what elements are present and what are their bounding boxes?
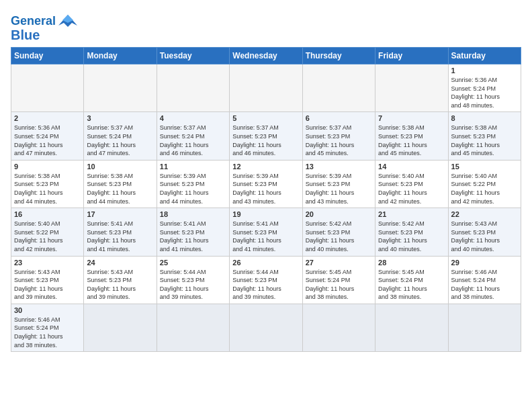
day-number: 2 bbox=[14, 114, 81, 122]
day-info: Sunrise: 5:43 AM Sunset: 5:23 PM Dayligh… bbox=[451, 220, 518, 253]
day-info: Sunrise: 5:40 AM Sunset: 5:22 PM Dayligh… bbox=[14, 220, 81, 253]
calendar-day-cell: 17Sunrise: 5:41 AM Sunset: 5:23 PM Dayli… bbox=[84, 208, 157, 256]
calendar-day-cell bbox=[302, 64, 375, 112]
calendar-header-monday: Monday bbox=[84, 48, 157, 64]
calendar-day-cell: 8Sunrise: 5:38 AM Sunset: 5:23 PM Daylig… bbox=[448, 112, 521, 160]
day-info: Sunrise: 5:43 AM Sunset: 5:23 PM Dayligh… bbox=[14, 268, 81, 302]
day-info: Sunrise: 5:40 AM Sunset: 5:23 PM Dayligh… bbox=[378, 172, 445, 205]
calendar-day-cell: 11Sunrise: 5:39 AM Sunset: 5:23 PM Dayli… bbox=[157, 160, 229, 208]
calendar-day-cell: 3Sunrise: 5:37 AM Sunset: 5:24 PM Daylig… bbox=[84, 112, 157, 160]
calendar-header-sunday: Sunday bbox=[11, 48, 84, 64]
calendar-day-cell: 16Sunrise: 5:40 AM Sunset: 5:22 PM Dayli… bbox=[11, 208, 84, 256]
day-info: Sunrise: 5:41 AM Sunset: 5:23 PM Dayligh… bbox=[160, 220, 226, 253]
day-info: Sunrise: 5:45 AM Sunset: 5:24 PM Dayligh… bbox=[378, 268, 445, 302]
day-number: 28 bbox=[378, 259, 445, 267]
calendar-day-cell: 6Sunrise: 5:37 AM Sunset: 5:23 PM Daylig… bbox=[302, 112, 375, 160]
day-info: Sunrise: 5:45 AM Sunset: 5:24 PM Dayligh… bbox=[306, 268, 372, 302]
calendar-day-cell: 15Sunrise: 5:40 AM Sunset: 5:22 PM Dayli… bbox=[448, 160, 521, 208]
day-number: 24 bbox=[87, 259, 153, 267]
calendar-week-row: 30Sunrise: 5:46 AM Sunset: 5:24 PM Dayli… bbox=[11, 304, 521, 351]
page-container: General Blue SundayMondayTuesdayWednesda… bbox=[11, 11, 521, 352]
calendar-day-cell: 10Sunrise: 5:38 AM Sunset: 5:23 PM Dayli… bbox=[84, 160, 157, 208]
day-number: 30 bbox=[14, 306, 81, 314]
day-info: Sunrise: 5:44 AM Sunset: 5:23 PM Dayligh… bbox=[232, 268, 299, 302]
day-info: Sunrise: 5:42 AM Sunset: 5:23 PM Dayligh… bbox=[306, 220, 372, 253]
day-info: Sunrise: 5:38 AM Sunset: 5:23 PM Dayligh… bbox=[451, 124, 518, 157]
calendar-day-cell bbox=[157, 64, 229, 112]
day-info: Sunrise: 5:36 AM Sunset: 5:24 PM Dayligh… bbox=[14, 124, 81, 157]
calendar-day-cell: 5Sunrise: 5:37 AM Sunset: 5:23 PM Daylig… bbox=[230, 112, 302, 160]
day-number: 12 bbox=[232, 163, 299, 171]
day-info: Sunrise: 5:46 AM Sunset: 5:24 PM Dayligh… bbox=[14, 316, 81, 349]
calendar-day-cell: 25Sunrise: 5:44 AM Sunset: 5:23 PM Dayli… bbox=[157, 256, 229, 304]
day-info: Sunrise: 5:41 AM Sunset: 5:23 PM Dayligh… bbox=[87, 220, 153, 253]
day-info: Sunrise: 5:40 AM Sunset: 5:22 PM Dayligh… bbox=[451, 172, 518, 205]
calendar-day-cell: 24Sunrise: 5:43 AM Sunset: 5:23 PM Dayli… bbox=[84, 256, 157, 304]
day-number: 7 bbox=[378, 114, 445, 122]
day-number: 20 bbox=[306, 210, 372, 218]
calendar-week-row: 23Sunrise: 5:43 AM Sunset: 5:23 PM Dayli… bbox=[11, 256, 521, 304]
calendar-day-cell bbox=[302, 304, 375, 351]
calendar-day-cell bbox=[84, 64, 157, 112]
calendar-day-cell: 23Sunrise: 5:43 AM Sunset: 5:23 PM Dayli… bbox=[11, 256, 84, 304]
calendar-day-cell: 20Sunrise: 5:42 AM Sunset: 5:23 PM Dayli… bbox=[302, 208, 375, 256]
day-number: 27 bbox=[306, 259, 372, 267]
calendar-day-cell bbox=[375, 64, 448, 112]
logo-text: General bbox=[11, 15, 56, 27]
calendar-day-cell bbox=[230, 304, 302, 351]
day-info: Sunrise: 5:46 AM Sunset: 5:24 PM Dayligh… bbox=[451, 268, 518, 302]
logo-bird-icon bbox=[58, 13, 77, 28]
day-number: 26 bbox=[232, 259, 299, 267]
calendar-week-row: 16Sunrise: 5:40 AM Sunset: 5:22 PM Dayli… bbox=[11, 208, 521, 256]
calendar-header-row: SundayMondayTuesdayWednesdayThursdayFrid… bbox=[11, 48, 521, 64]
calendar-week-row: 2Sunrise: 5:36 AM Sunset: 5:24 PM Daylig… bbox=[11, 112, 521, 160]
day-number: 13 bbox=[306, 163, 372, 171]
day-number: 11 bbox=[160, 163, 226, 171]
calendar-header-saturday: Saturday bbox=[448, 48, 521, 64]
day-info: Sunrise: 5:36 AM Sunset: 5:24 PM Dayligh… bbox=[451, 76, 518, 109]
logo-blue-text: Blue bbox=[11, 28, 40, 42]
calendar-header-thursday: Thursday bbox=[302, 48, 375, 64]
calendar-day-cell: 2Sunrise: 5:36 AM Sunset: 5:24 PM Daylig… bbox=[11, 112, 84, 160]
day-number: 18 bbox=[160, 210, 226, 218]
day-number: 14 bbox=[378, 163, 445, 171]
day-info: Sunrise: 5:39 AM Sunset: 5:23 PM Dayligh… bbox=[232, 172, 299, 205]
calendar-day-cell bbox=[375, 304, 448, 351]
day-info: Sunrise: 5:44 AM Sunset: 5:23 PM Dayligh… bbox=[160, 268, 226, 302]
day-info: Sunrise: 5:37 AM Sunset: 5:23 PM Dayligh… bbox=[232, 124, 299, 157]
calendar-day-cell: 29Sunrise: 5:46 AM Sunset: 5:24 PM Dayli… bbox=[448, 256, 521, 304]
day-number: 23 bbox=[14, 259, 81, 267]
day-number: 8 bbox=[451, 114, 518, 122]
day-info: Sunrise: 5:38 AM Sunset: 5:23 PM Dayligh… bbox=[87, 172, 153, 205]
day-number: 1 bbox=[451, 66, 518, 75]
day-number: 21 bbox=[378, 210, 445, 218]
day-number: 4 bbox=[160, 114, 226, 122]
calendar-week-row: 1Sunrise: 5:36 AM Sunset: 5:24 PM Daylig… bbox=[11, 64, 521, 112]
day-number: 9 bbox=[14, 163, 81, 171]
day-number: 10 bbox=[87, 163, 153, 171]
calendar-day-cell: 22Sunrise: 5:43 AM Sunset: 5:23 PM Dayli… bbox=[448, 208, 521, 256]
day-info: Sunrise: 5:39 AM Sunset: 5:23 PM Dayligh… bbox=[160, 172, 226, 205]
calendar-table: SundayMondayTuesdayWednesdayThursdayFrid… bbox=[11, 47, 521, 352]
day-number: 3 bbox=[87, 114, 153, 122]
calendar-day-cell: 12Sunrise: 5:39 AM Sunset: 5:23 PM Dayli… bbox=[230, 160, 302, 208]
calendar-day-cell: 26Sunrise: 5:44 AM Sunset: 5:23 PM Dayli… bbox=[230, 256, 302, 304]
day-info: Sunrise: 5:41 AM Sunset: 5:23 PM Dayligh… bbox=[232, 220, 299, 253]
day-number: 19 bbox=[232, 210, 299, 218]
day-info: Sunrise: 5:37 AM Sunset: 5:23 PM Dayligh… bbox=[306, 124, 372, 157]
day-number: 6 bbox=[306, 114, 372, 122]
day-info: Sunrise: 5:38 AM Sunset: 5:23 PM Dayligh… bbox=[14, 172, 81, 205]
day-number: 17 bbox=[87, 210, 153, 218]
calendar-header-tuesday: Tuesday bbox=[157, 48, 229, 64]
calendar-header-wednesday: Wednesday bbox=[230, 48, 302, 64]
calendar-week-row: 9Sunrise: 5:38 AM Sunset: 5:23 PM Daylig… bbox=[11, 160, 521, 208]
day-number: 5 bbox=[232, 114, 299, 122]
calendar-day-cell: 7Sunrise: 5:38 AM Sunset: 5:23 PM Daylig… bbox=[375, 112, 448, 160]
calendar-day-cell: 28Sunrise: 5:45 AM Sunset: 5:24 PM Dayli… bbox=[375, 256, 448, 304]
day-info: Sunrise: 5:37 AM Sunset: 5:24 PM Dayligh… bbox=[160, 124, 226, 157]
calendar-day-cell: 14Sunrise: 5:40 AM Sunset: 5:23 PM Dayli… bbox=[375, 160, 448, 208]
calendar-day-cell bbox=[84, 304, 157, 351]
header: General Blue bbox=[11, 11, 521, 42]
day-info: Sunrise: 5:38 AM Sunset: 5:23 PM Dayligh… bbox=[378, 124, 445, 157]
calendar-day-cell bbox=[448, 304, 521, 351]
